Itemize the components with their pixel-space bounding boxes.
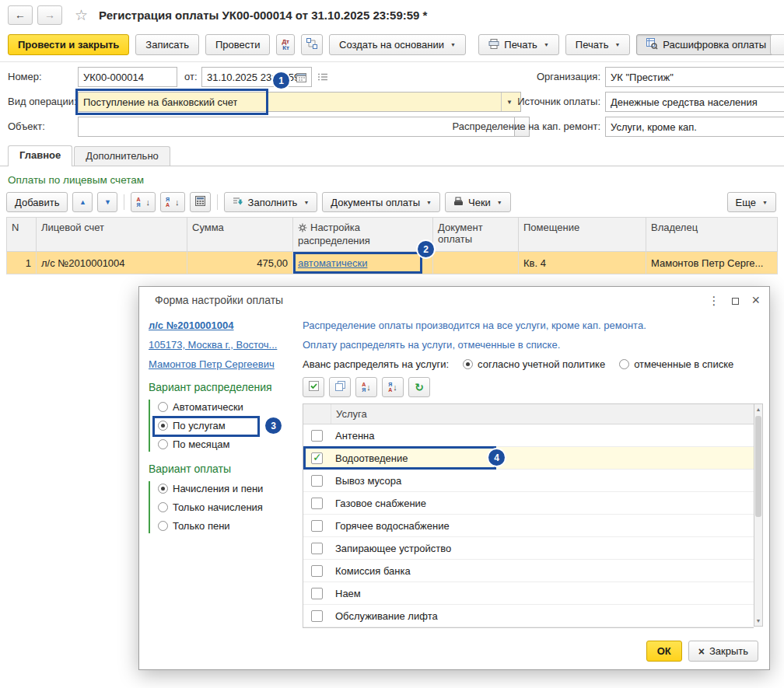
dialog-left-panel: л/с №2010001004 105173, Москва г., Восто…	[149, 320, 289, 628]
radio-accruals-and-penalties[interactable]: Начисления и пени	[158, 483, 263, 494]
more-button[interactable]: Еще▼	[727, 192, 776, 212]
back-icon: ←	[15, 9, 26, 21]
post-button[interactable]: Провести	[205, 34, 271, 55]
cell-doc	[433, 252, 519, 274]
column-room[interactable]: Помещение	[519, 218, 646, 252]
column-n[interactable]: N	[7, 218, 37, 252]
column-account[interactable]: Лицевой счет	[37, 218, 187, 252]
column-sum[interactable]: Сумма	[187, 218, 293, 252]
history-icon[interactable]	[317, 72, 328, 84]
move-up-icon: ▲	[79, 198, 86, 206]
forward-icon: →	[44, 9, 55, 21]
print-menu-button[interactable]: Печать▼	[478, 34, 559, 55]
checkbox-icon[interactable]	[311, 498, 323, 509]
add-row-button[interactable]: Добавить	[6, 192, 68, 212]
report-magnifier-icon	[646, 38, 658, 52]
column-owner[interactable]: Владелец	[646, 218, 778, 252]
date-input[interactable]: 31.10.2025 23:59:59	[201, 67, 312, 87]
related-documents-button[interactable]	[301, 34, 323, 55]
payment-decode-button[interactable]: Расшифровка оплаты	[636, 34, 776, 55]
checkbox-icon[interactable]	[311, 610, 323, 622]
checkbox-icon[interactable]	[311, 543, 323, 554]
sort-desc-button[interactable]: ЯА↓	[382, 377, 404, 397]
calculator-button[interactable]	[190, 192, 211, 212]
post-and-close-button[interactable]: Провести и закрыть	[8, 34, 129, 55]
ok-button[interactable]: ОК	[646, 641, 682, 662]
divider	[217, 194, 218, 210]
radio-accruals-only[interactable]: Только начисления	[158, 501, 263, 513]
service-row-water-disposal[interactable]: Водоотведение 4	[303, 447, 754, 470]
uncheck-all-button[interactable]	[329, 377, 351, 397]
close-button[interactable]: ×Закрыть	[688, 641, 758, 662]
table-row[interactable]: 1 л/с №2010001004 475,00 автоматически 2…	[7, 252, 778, 274]
calendar-icon[interactable]	[296, 72, 306, 82]
tab-main[interactable]: Главное	[8, 145, 72, 166]
sort-descending-button[interactable]: ЯА↓	[160, 192, 185, 212]
scroll-down-icon[interactable]: ▼	[754, 616, 762, 626]
close-icon[interactable]: ×	[751, 295, 760, 306]
radio-by-services[interactable]: По услугам 3	[158, 420, 226, 431]
sort-asc-icon: АЯ	[362, 382, 366, 393]
chevron-down-icon: ▼	[762, 200, 768, 205]
favorite-star-icon[interactable]: ☆	[75, 6, 88, 24]
organization-input[interactable]: УК "Престиж"	[605, 67, 784, 87]
distribution-setting-link[interactable]: автоматически	[298, 257, 367, 269]
owner-link[interactable]: Мамонтов Петр Сергеевич	[149, 358, 275, 370]
payment-source-input[interactable]: Денежные средства населения	[605, 92, 784, 112]
fill-button[interactable]: Заполнить▼	[224, 192, 318, 212]
sort-asc-button[interactable]: АЯ↓	[355, 377, 377, 397]
copy-icon	[335, 381, 345, 393]
service-row-bank-fee[interactable]: Комиссия банка	[303, 560, 754, 582]
maximize-icon[interactable]	[732, 295, 739, 306]
tab-additional[interactable]: Дополнительно	[74, 146, 170, 166]
print-plain-button[interactable]: Печать▼	[565, 34, 631, 55]
checkbox-icon[interactable]	[311, 452, 323, 464]
back-button[interactable]: ←	[8, 5, 33, 25]
service-row-rent[interactable]: Наем	[303, 582, 754, 605]
check-all-button[interactable]	[303, 377, 324, 397]
number-input[interactable]: УК00-000014	[78, 67, 177, 87]
address-link[interactable]: 105173, Москва г., Восточ...	[149, 339, 277, 351]
service-row-garbage[interactable]: Вывоз мусора	[303, 470, 754, 492]
gear-icon	[298, 223, 307, 235]
radio-by-months[interactable]: По месяцам	[158, 438, 230, 450]
payment-documents-button[interactable]: Документы оплаты▼	[322, 192, 440, 212]
create-on-basis-button[interactable]: Создать на основании▼	[329, 34, 466, 55]
debit-credit-button[interactable]: ДтКт	[276, 34, 295, 55]
write-button[interactable]: Записать	[135, 34, 199, 55]
forward-button[interactable]: →	[37, 5, 62, 25]
radio-automatic[interactable]: Автоматически	[158, 401, 243, 413]
column-doc[interactable]: Документ оплаты	[433, 218, 519, 252]
service-row-locking-device[interactable]: Запирающее устройство	[303, 537, 754, 560]
checkbox-icon[interactable]	[311, 588, 323, 599]
service-row-elevator[interactable]: Обслуживание лифта	[303, 605, 754, 627]
dialog-header: Форма настройки оплаты ⋮ ×	[139, 287, 769, 313]
toolbar-overflow-button[interactable]	[770, 34, 784, 55]
more-menu-icon[interactable]: ⋮	[708, 295, 719, 306]
sort-ascending-button[interactable]: АЯ↓	[131, 192, 156, 212]
column-setting[interactable]: Настройка распределения	[293, 218, 433, 252]
radio-penalties-only[interactable]: Только пени	[158, 520, 230, 532]
service-row-antenna[interactable]: Антенна	[303, 424, 754, 447]
service-row-hot-water[interactable]: Горячее водоснабжение	[303, 515, 754, 537]
service-row-gas[interactable]: Газовое снабжение	[303, 492, 754, 515]
checkbox-icon[interactable]	[311, 475, 323, 487]
move-up-button[interactable]: ▲	[72, 192, 93, 212]
radio-advance-policy[interactable]: согласно учетной политике	[463, 358, 605, 370]
checks-button[interactable]: Чеки▼	[445, 192, 511, 212]
scroll-up-icon[interactable]: ▲	[754, 404, 762, 414]
checkbox-icon[interactable]	[311, 430, 323, 442]
refresh-button[interactable]: ↻	[408, 377, 430, 397]
move-down-button[interactable]: ▼	[97, 192, 117, 212]
radio-icon	[619, 359, 629, 369]
radio-icon	[158, 484, 168, 494]
account-link[interactable]: л/с №2010001004	[149, 320, 234, 331]
radio-advance-marked[interactable]: отмеченные в списке	[619, 358, 733, 370]
checkbox-icon[interactable]	[311, 520, 323, 532]
cell-owner: Мамонтов Петр Серге...	[646, 252, 778, 274]
checkbox-icon[interactable]	[311, 565, 323, 577]
scrollbar[interactable]: ▲ ▼	[754, 403, 763, 627]
chevron-down-icon: ▼	[614, 42, 620, 47]
capital-repair-input[interactable]: Услуги, кроме кап.	[605, 117, 784, 137]
scrollbar-thumb[interactable]	[755, 416, 761, 517]
